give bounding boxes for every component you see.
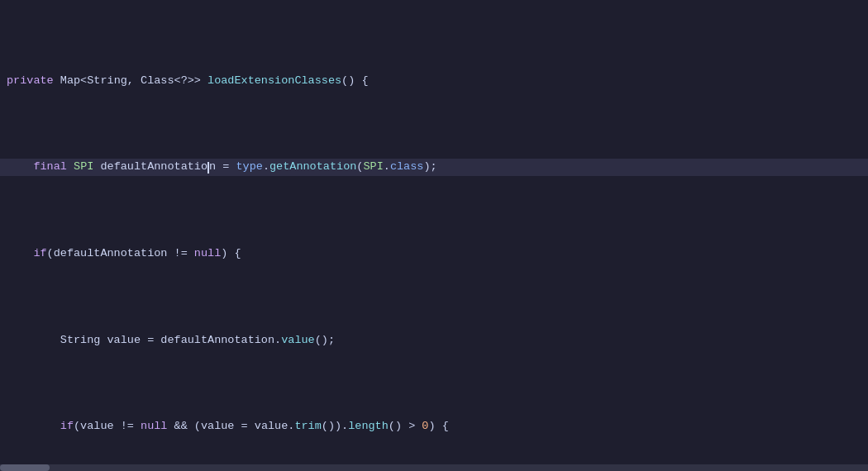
line-2: final SPI defaultAnnotation = type.getAn… — [0, 159, 868, 176]
code-block: private Map<String, Class<?>> loadExtens… — [0, 0, 868, 471]
line-3: if(defaultAnnotation != null) { — [0, 245, 868, 263]
code-editor: private Map<String, Class<?>> loadExtens… — [0, 0, 868, 471]
line-5: if(value != null && (value = value.trim(… — [0, 418, 868, 435]
line-1: private Map<String, Class<?>> loadExtens… — [0, 73, 868, 90]
line-5-content: if(value != null && (value = value.trim(… — [7, 418, 868, 435]
line-4-content: String value = defaultAnnotation.value()… — [7, 332, 868, 350]
line-1-content: private Map<String, Class<?>> loadExtens… — [7, 73, 868, 90]
scrollbar-thumb[interactable] — [0, 464, 50, 471]
horizontal-scrollbar[interactable] — [0, 464, 868, 471]
line-3-content: if(defaultAnnotation != null) { — [7, 245, 868, 263]
line-2-content: final SPI defaultAnnotation = type.getAn… — [7, 159, 868, 176]
line-4: String value = defaultAnnotation.value()… — [0, 332, 868, 350]
